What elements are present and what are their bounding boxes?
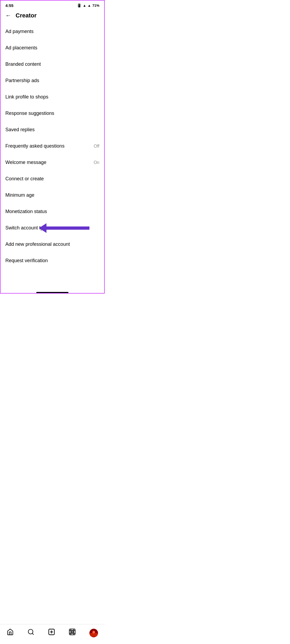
menu-item-value-frequently-asked-questions: Off (94, 144, 99, 149)
menu-list: Ad paymentsAd placementsBranded contentP… (1, 23, 104, 269)
menu-item-label-link-profile-to-shops: Link profile to shops (5, 94, 48, 100)
wifi-icon: ▲ (83, 3, 86, 8)
menu-item-label-branded-content: Branded content (5, 61, 41, 67)
menu-item-link-profile-to-shops[interactable]: Link profile to shops (1, 89, 104, 105)
menu-item-response-suggestions[interactable]: Response suggestions (1, 105, 104, 122)
menu-item-label-connect-or-create: Connect or create (5, 176, 44, 182)
battery-icon: 71% (92, 3, 99, 8)
menu-item-welcome-message[interactable]: Welcome messageOn (1, 154, 104, 171)
menu-item-branded-content[interactable]: Branded content (1, 56, 104, 72)
status-time: 4:55 (5, 3, 13, 8)
menu-item-value-welcome-message: On (94, 160, 99, 165)
menu-item-label-welcome-message: Welcome message (5, 160, 46, 165)
menu-item-ad-payments[interactable]: Ad payments (1, 23, 104, 40)
menu-item-connect-or-create[interactable]: Connect or create (1, 171, 104, 187)
menu-item-label-request-verification: Request verification (5, 258, 48, 264)
back-button[interactable]: ← (5, 12, 11, 19)
vibrate-icon: 📳 (77, 3, 81, 8)
menu-item-label-partnership-ads: Partnership ads (5, 78, 39, 83)
menu-item-partnership-ads[interactable]: Partnership ads (1, 72, 104, 89)
menu-item-label-minimum-age: Minimum age (5, 192, 34, 198)
menu-item-switch-account-type[interactable]: Switch account type (1, 220, 104, 236)
page-header: ← Creator (1, 9, 104, 23)
menu-item-label-add-new-professional-account: Add new professional account (5, 241, 70, 247)
menu-item-label-ad-placements: Ad placements (5, 45, 37, 51)
menu-item-minimum-age[interactable]: Minimum age (1, 187, 104, 203)
page-title: Creator (16, 12, 37, 19)
menu-item-request-verification[interactable]: Request verification (1, 253, 104, 269)
signal-icon: ▲ (88, 3, 91, 8)
menu-item-label-ad-payments: Ad payments (5, 29, 34, 34)
menu-item-label-frequently-asked-questions: Frequently asked questions (5, 143, 64, 149)
menu-item-saved-replies[interactable]: Saved replies (1, 122, 104, 138)
status-icons: 📳 ▲ ▲ 71% (77, 3, 99, 8)
menu-item-monetization-status[interactable]: Monetization status (1, 203, 104, 220)
status-bar: 4:55 📳 ▲ ▲ 71% (1, 1, 104, 9)
menu-item-label-monetization-status: Monetization status (5, 209, 47, 214)
menu-item-ad-placements[interactable]: Ad placements (1, 40, 104, 56)
menu-item-label-saved-replies: Saved replies (5, 127, 35, 133)
menu-item-frequently-asked-questions[interactable]: Frequently asked questionsOff (1, 138, 104, 154)
menu-item-label-response-suggestions: Response suggestions (5, 111, 54, 116)
home-indicator (36, 292, 68, 293)
arrow-annotation (44, 226, 89, 230)
menu-item-add-new-professional-account[interactable]: Add new professional account (1, 236, 104, 253)
menu-content: Ad paymentsAd placementsBranded contentP… (1, 23, 104, 290)
